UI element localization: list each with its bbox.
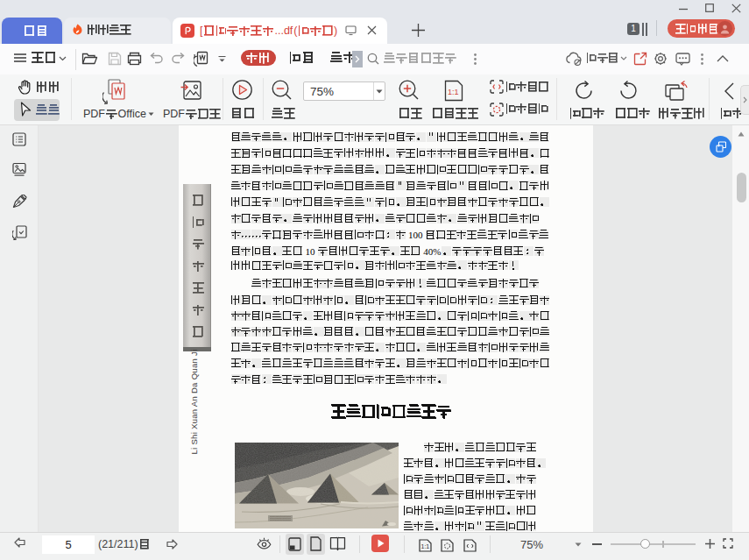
svg-text:1:1: 1:1 [448, 88, 459, 96]
svg-text:1:1: 1:1 [421, 543, 430, 549]
